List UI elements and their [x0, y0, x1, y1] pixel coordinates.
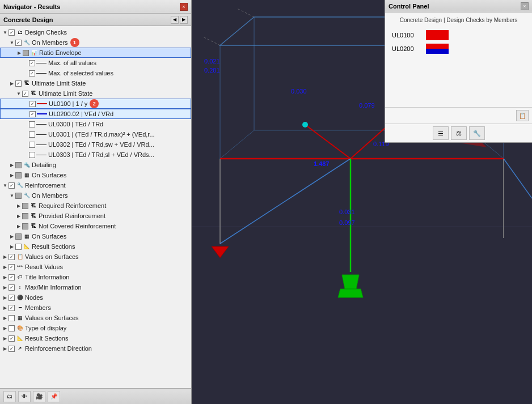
cp-subtitle: Concrete Design | Design Checks by Membe… [392, 17, 525, 23]
show-btn[interactable]: 🗂 [3, 391, 16, 402]
cp-list-btn[interactable]: ☰ [433, 126, 449, 140]
tree-item-uls2[interactable]: ▼ 🏗 Ultimate Limit State [0, 88, 191, 99]
item-label: On Surfaces [32, 172, 66, 178]
tree-item-ul0200[interactable]: ▶ UL0200.02 | VEd / VRd [0, 109, 191, 119]
tree-item-nodes[interactable]: ▶ ⚫ Nodes [0, 292, 191, 303]
navigator-toolbar: 🗂 👁 🎥 📌 [0, 388, 191, 404]
checkbox-reinf-dir[interactable] [9, 346, 15, 352]
tree-item-maxmin-info[interactable]: ▶ ↕ Max/Min Information [0, 282, 191, 292]
tree-item-ul0100[interactable]: ▶ UL0100 | 1 / y 2 [0, 99, 191, 109]
checkbox-title-info[interactable] [9, 274, 15, 280]
tree-item-not-covered-reinf[interactable]: ▶ 🏗 Not Covered Reinforcement [0, 221, 191, 231]
tree-item-design-checks[interactable]: ▼ 🗂 Design Checks [0, 27, 191, 37]
pin-btn[interactable]: 📌 [48, 391, 60, 402]
checkbox-on-members[interactable] [15, 40, 22, 46]
tree-item-uls[interactable]: ▶ 🏗 Ultimate Limit State [0, 78, 191, 88]
tree-item-ul0303[interactable]: ▶ UL0303 | TEd / TRd,sl + VEd / VRds... [0, 150, 191, 160]
tree-item-ul0302[interactable]: ▶ UL0302 | TEd / TRd,sw + VEd / VRd... [0, 139, 191, 150]
tree-item-members[interactable]: ▶ ━ Members [0, 303, 191, 313]
tree-item-detailing[interactable]: ▶ 🔩 Detailing [0, 160, 191, 170]
checkbox-on-members-r[interactable] [15, 193, 22, 199]
tree-item-ratio-envelope[interactable]: ▶ 📊 Ratio Envelope [0, 48, 191, 58]
checkbox-ul0302[interactable] [29, 142, 35, 148]
members-icon: ━ [16, 304, 24, 311]
expand-icon: ▶ [9, 172, 15, 178]
arrow-left-btn[interactable]: ◀ [171, 16, 179, 24]
tree-item-values-surfaces[interactable]: ▶ 📋 Values on Surfaces [0, 252, 191, 262]
checkbox-reinforcement[interactable] [9, 182, 15, 189]
tree-item-on-members[interactable]: ▼ 🔧 On Members 1 [0, 37, 191, 48]
tree-item-values-surfaces2[interactable]: ▶ ▦ Values on Surfaces [0, 313, 191, 323]
item-label: Result Sections [32, 243, 75, 250]
item-label: Members [25, 304, 51, 311]
checkbox-nodes[interactable] [9, 295, 15, 301]
tree-item-reinforcement[interactable]: ▼ 🔧 Reinforcement [0, 180, 191, 190]
tree-item-ul0301[interactable]: ▶ UL0301 | (TEd / TR,d,max)² + (VEd,r... [0, 129, 191, 139]
checkbox-ul0301[interactable] [29, 131, 35, 138]
expand-icon: ▼ [2, 29, 8, 35]
cp-settings-btn[interactable]: 🔧 [469, 126, 485, 140]
checkbox-on-surfaces-r[interactable] [15, 233, 22, 240]
checkbox-values-surfaces2[interactable] [9, 315, 15, 321]
section-r-icon: 📐 [23, 243, 31, 250]
checkbox-ul0100[interactable] [29, 101, 36, 107]
checkbox-result-values[interactable] [9, 264, 15, 270]
line-icon [36, 124, 47, 125]
checkbox-max-all[interactable] [29, 60, 35, 66]
checkbox-result-sections-r[interactable] [15, 244, 22, 250]
tree-item-required-reinf[interactable]: ▶ 🏗 Required Reinforcement [0, 201, 191, 211]
cp-footer: 📋 [385, 107, 532, 124]
tree-item-title-info[interactable]: ▶ 🏷 Title Information [0, 272, 191, 282]
tree-item-result-sections[interactable]: ▶ 📐 Result Sections [0, 333, 191, 343]
checkbox-result-sections[interactable] [9, 335, 15, 342]
tree-item-max-selected[interactable]: ▶ Max. of selected values [0, 68, 191, 78]
item-label: Result Values [25, 263, 63, 270]
checkbox-design-checks[interactable] [9, 29, 15, 36]
cp-titlebar: Control Panel × [385, 0, 532, 12]
arrow-right-btn[interactable]: ▶ [180, 16, 188, 24]
tree-item-result-sections-r[interactable]: ▶ 📐 Result Sections [0, 241, 191, 252]
checkbox-type-display[interactable] [9, 325, 15, 331]
cp-close-btn[interactable]: × [521, 2, 529, 10]
badge-2: 2 [90, 99, 99, 108]
checkbox-ul0200[interactable] [29, 111, 36, 117]
tree-item-on-members-r[interactable]: ▼ 🔧 On Members [0, 190, 191, 201]
tree-item-on-surfaces-dc[interactable]: ▶ ▦ On Surfaces [0, 170, 191, 180]
checkbox-ratio-envelope[interactable] [23, 50, 29, 56]
expand-icon: ▶ [9, 162, 15, 168]
checkbox-uls2[interactable] [22, 91, 28, 97]
checkbox-ul0303[interactable] [29, 152, 35, 158]
tree-item-max-all[interactable]: ▶ Max. of all values [0, 58, 191, 68]
checkbox-on-surfaces-dc[interactable] [15, 172, 22, 178]
eye-btn[interactable]: 👁 [18, 391, 31, 402]
close-button[interactable]: × [180, 3, 188, 11]
checkbox-required-reinf[interactable] [22, 203, 28, 209]
checkbox-not-covered-reinf[interactable] [22, 223, 28, 229]
tree-item-on-surfaces-r[interactable]: ▶ ▦ On Surfaces [0, 231, 191, 241]
expand-icon: ▶ [16, 50, 22, 56]
item-label: UL0302 | TEd / TRd,sw + VEd / VRd... [48, 141, 154, 148]
tree-item-reinf-dir[interactable]: ▶ ↗ Reinforcement Direction [0, 343, 191, 354]
checkbox-max-selected[interactable] [29, 70, 35, 76]
expand-icon: ▶ [9, 80, 15, 86]
checkbox-maxmin-info[interactable] [9, 284, 15, 291]
cp-scale-btn[interactable]: ⚖ [451, 126, 467, 140]
tree-container: ▼ 🗂 Design Checks ▼ 🔧 On Members 1 ▶ 📊 R… [0, 26, 191, 388]
tree-item-result-values[interactable]: ▶ *** Result Values [0, 262, 191, 272]
checkbox-values-surfaces[interactable] [9, 254, 15, 260]
checkbox-ul0300[interactable] [29, 121, 35, 127]
expand-icon: ▶ [9, 244, 15, 249]
values2-icon: *** [16, 263, 24, 270]
tree-item-provided-reinf[interactable]: ▶ 🏗 Provided Reinforcement [0, 211, 191, 221]
checkbox-members[interactable] [9, 305, 15, 311]
tree-item-ul0300[interactable]: ▶ UL0300 | TEd / TRd [0, 119, 191, 129]
checkbox-uls[interactable] [15, 80, 22, 87]
expand-icon: ▶ [2, 284, 8, 290]
cp-export-btn[interactable]: 📋 [516, 110, 529, 121]
item-label: Reinforcement [25, 182, 66, 189]
checkbox-detailing[interactable] [15, 162, 22, 168]
item-label: UL0301 | (TEd / TR,d,max)² + (VEd,r... [48, 131, 155, 138]
camera-btn[interactable]: 🎥 [33, 391, 45, 402]
tree-item-type-display[interactable]: ▶ 🎨 Type of display [0, 323, 191, 333]
checkbox-provided-reinf[interactable] [22, 213, 28, 219]
